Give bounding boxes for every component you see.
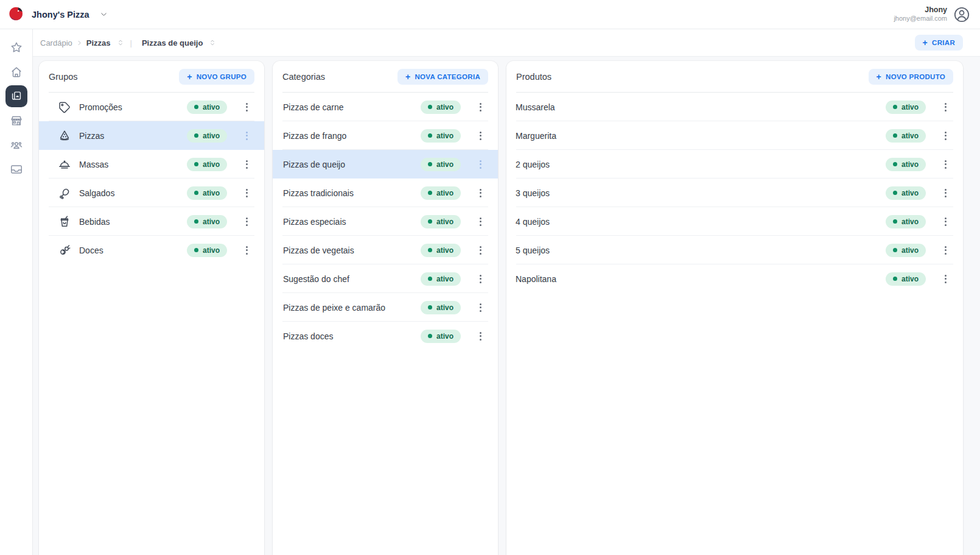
plus-icon: +: [187, 74, 192, 80]
group-label: Salgados: [79, 188, 114, 198]
group-row[interactable]: Doces ativo: [39, 236, 264, 264]
product-row[interactable]: Marguerita ativo: [506, 121, 963, 150]
categories-title: Categorias: [282, 72, 325, 82]
status-badge: ativo: [886, 272, 926, 286]
sidebar-item-menu[interactable]: [5, 85, 27, 107]
status-dot: [194, 105, 198, 109]
row-menu-button[interactable]: [477, 330, 485, 343]
sidebar-item-home[interactable]: [5, 61, 27, 83]
row-menu-button[interactable]: [243, 244, 251, 257]
create-button[interactable]: + CRIAR: [915, 35, 963, 51]
product-row[interactable]: Mussarela ativo: [506, 93, 963, 121]
row-menu-button[interactable]: [942, 244, 950, 257]
status-dot: [428, 133, 432, 138]
user-block: Jhony jhony@email.com: [894, 5, 947, 23]
group-row[interactable]: Bebidas ativo: [39, 207, 264, 236]
status-dot: [428, 248, 432, 252]
status-dot: [194, 162, 198, 166]
product-row[interactable]: Napolitana ativo: [506, 264, 963, 293]
new-product-button[interactable]: + NOVO PRODUTO: [869, 69, 953, 85]
brand-logo: [7, 5, 26, 24]
status-dot: [893, 191, 897, 195]
status-dot: [194, 219, 198, 224]
sidebar-item-store[interactable]: [5, 110, 27, 132]
plus-icon: +: [877, 74, 881, 80]
category-row[interactable]: Pizzas de carne ativo: [273, 93, 498, 121]
breadcrumb-root[interactable]: Cardápio: [40, 38, 72, 48]
home-icon: [10, 65, 23, 79]
group-row[interactable]: Massas ativo: [39, 150, 264, 179]
status-dot: [428, 334, 432, 338]
category-label: Pizzas doces: [283, 331, 333, 341]
row-menu-button[interactable]: [942, 158, 950, 171]
status-dot: [194, 133, 198, 138]
sidebar-item-inbox[interactable]: [5, 158, 27, 180]
group-row[interactable]: Salgados ativo: [39, 179, 264, 207]
new-group-button[interactable]: + NOVO GRUPO: [179, 69, 254, 85]
status-badge: ativo: [187, 129, 227, 143]
row-menu-button[interactable]: [477, 158, 485, 171]
product-row[interactable]: 5 queijos ativo: [506, 236, 963, 264]
status-dot: [428, 162, 432, 166]
status-dot: [893, 105, 897, 109]
tag-icon: [58, 101, 71, 114]
row-menu-button[interactable]: [477, 186, 485, 200]
avatar-icon[interactable]: [953, 6, 970, 23]
row-menu-button[interactable]: [942, 129, 950, 143]
category-row[interactable]: Pizzas doces ativo: [273, 322, 498, 350]
status-dot: [194, 191, 198, 195]
category-row[interactable]: Pizzas de queijo ativo: [273, 150, 498, 179]
row-menu-button[interactable]: [942, 272, 950, 286]
new-category-button[interactable]: + NOVA CATEGORIA: [397, 69, 488, 85]
category-row[interactable]: Pizzas de frango ativo: [273, 121, 498, 150]
status-badge: ativo: [421, 101, 461, 114]
row-menu-button[interactable]: [243, 215, 251, 228]
groups-title: Grupos: [49, 72, 78, 82]
row-menu-button[interactable]: [942, 101, 950, 114]
status-dot: [428, 219, 432, 224]
row-menu-button[interactable]: [477, 101, 485, 114]
row-menu-button[interactable]: [243, 101, 251, 114]
row-menu-button[interactable]: [477, 301, 485, 314]
brand-chevron-down-icon[interactable]: [99, 10, 108, 19]
category-label: Pizzas de peixe e camarão: [283, 303, 385, 313]
row-menu-button[interactable]: [243, 129, 251, 143]
product-label: 2 queijos: [516, 160, 550, 169]
breadcrumb-group[interactable]: Pizzas: [86, 38, 111, 48]
product-label: Napolitana: [516, 274, 556, 284]
status-dot: [893, 162, 897, 166]
status-dot: [428, 105, 432, 109]
breadcrumb-category[interactable]: Pizzas de queijo: [142, 38, 203, 48]
sidebar: [0, 29, 33, 555]
row-menu-button[interactable]: [942, 186, 950, 200]
row-menu-button[interactable]: [477, 244, 485, 257]
product-row[interactable]: 2 queijos ativo: [506, 150, 963, 179]
product-row[interactable]: 3 queijos ativo: [506, 179, 963, 207]
row-menu-button[interactable]: [942, 215, 950, 228]
row-menu-button[interactable]: [477, 129, 485, 143]
sidebar-item-favorites[interactable]: [5, 37, 27, 58]
group-label: Doces: [79, 246, 103, 255]
status-badge: ativo: [421, 129, 461, 143]
status-badge: ativo: [886, 186, 926, 200]
product-row[interactable]: 4 queijos ativo: [506, 207, 963, 236]
group-row[interactable]: Promoções ativo: [39, 93, 264, 121]
category-row[interactable]: Pizzas de peixe e camarão ativo: [273, 293, 498, 322]
category-row[interactable]: Sugestão do chef ativo: [273, 264, 498, 293]
status-dot: [428, 277, 432, 281]
category-row[interactable]: Pizzas de vegetais ativo: [273, 236, 498, 264]
status-badge: ativo: [886, 158, 926, 171]
row-menu-button[interactable]: [243, 186, 251, 200]
status-badge: ativo: [886, 101, 926, 114]
row-menu-button[interactable]: [243, 158, 251, 171]
category-row[interactable]: Pizzas tradicionais ativo: [273, 179, 498, 207]
brand-name: Jhony's Pizza: [32, 10, 89, 19]
category-row[interactable]: Pizzas especiais ativo: [273, 207, 498, 236]
group-unfold-icon[interactable]: [117, 39, 124, 46]
category-unfold-icon[interactable]: [209, 39, 216, 46]
group-row[interactable]: Pizzas ativo: [39, 121, 264, 150]
row-menu-button[interactable]: [477, 215, 485, 228]
drink-icon: [58, 215, 71, 228]
row-menu-button[interactable]: [477, 272, 485, 286]
sidebar-item-customers[interactable]: [5, 134, 27, 156]
